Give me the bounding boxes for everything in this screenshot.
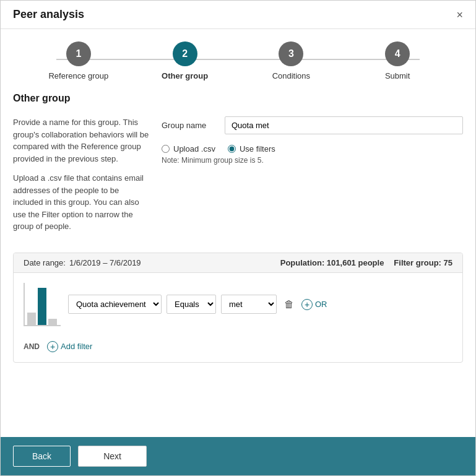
upload-filter-options: Upload .csv Use filters [162, 144, 463, 154]
step-1-circle: 1 [66, 41, 91, 66]
date-range-value: 1/6/2019 – 7/6/2019 [69, 258, 141, 267]
next-button[interactable]: Next [78, 446, 147, 467]
step-2-label: Other group [162, 71, 208, 80]
filter-footer: AND + Add filter [14, 336, 462, 362]
add-filter-label: Add filter [61, 342, 92, 351]
back-button[interactable]: Back [13, 446, 71, 467]
step-2-circle: 2 [173, 41, 197, 66]
or-plus-icon: + [301, 299, 313, 310]
upload-csv-label: Upload .csv [173, 144, 215, 154]
date-range-label: Date range: [24, 258, 66, 267]
filter-group-label: Filter group: [394, 258, 441, 267]
step-4-label: Submit [385, 71, 410, 80]
step-2: 2 Other group [132, 41, 238, 80]
population-label: Population: [280, 258, 325, 267]
group-name-input[interactable] [225, 116, 463, 134]
population-info: Population: 101,601 people Filter group:… [280, 258, 452, 267]
delete-filter-button[interactable]: 🗑 [282, 296, 296, 313]
step-1-label: Reference group [48, 71, 108, 80]
bar-3 [48, 319, 57, 325]
right-form: Group name Upload .csv Use filters Note:… [162, 116, 463, 240]
add-filter-button[interactable]: + Add filter [47, 341, 92, 352]
content-area: Provide a name for this group. This grou… [13, 116, 463, 240]
use-filters-option[interactable]: Use filters [228, 144, 275, 154]
or-button[interactable]: + OR [301, 299, 327, 310]
step-1: 1 Reference group [25, 41, 132, 80]
add-filter-plus-icon: + [47, 341, 58, 352]
use-filters-radio[interactable] [228, 145, 236, 153]
group-name-label: Group name [162, 121, 217, 130]
min-group-note: Note: Minimum group size is 5. [162, 156, 463, 165]
section-title: Other group [13, 93, 463, 104]
peer-analysis-dialog: Peer analysis × 1 Reference group 2 Othe… [0, 0, 476, 476]
upload-csv-option[interactable]: Upload .csv [162, 144, 215, 154]
group-name-row: Group name [162, 116, 463, 134]
step-3-label: Conditions [272, 71, 310, 80]
filter-group-item: Filter group: 75 [394, 258, 452, 267]
dialog-body: Other group Provide a name for this grou… [1, 87, 475, 437]
step-3-circle: 3 [279, 41, 303, 66]
dialog-header: Peer analysis × [1, 1, 475, 29]
and-label: AND [24, 342, 40, 351]
bar-1 [27, 313, 36, 325]
filter-controls: Quota achievement Equals met 🗑 + OR [68, 295, 452, 314]
dialog-title: Peer analysis [13, 8, 84, 21]
use-filters-label: Use filters [240, 144, 275, 154]
filter-panel: Date range: 1/6/2019 – 7/6/2019 Populati… [13, 253, 463, 363]
filter-panel-body: Quota achievement Equals met 🗑 + OR [14, 273, 462, 336]
desc-paragraph-1: Provide a name for this group. This grou… [13, 116, 149, 165]
step-3: 3 Conditions [238, 41, 345, 80]
date-range-info: Date range: 1/6/2019 – 7/6/2019 [24, 258, 141, 267]
step-4: 4 Submit [344, 41, 451, 80]
or-label: OR [315, 300, 327, 309]
filter-field-select[interactable]: Quota achievement [68, 295, 162, 314]
filter-group-value: 75 [444, 258, 452, 267]
close-button[interactable]: × [456, 9, 463, 20]
stepper: 1 Reference group 2 Other group 3 Condit… [1, 29, 475, 87]
left-description: Provide a name for this group. This grou… [13, 116, 149, 240]
step-4-circle: 4 [385, 41, 410, 66]
bar-2-highlight [38, 288, 46, 325]
desc-paragraph-2: Upload a .csv file that contains email a… [13, 172, 149, 233]
filter-panel-header: Date range: 1/6/2019 – 7/6/2019 Populati… [14, 253, 462, 273]
population-value: 101,601 people [327, 258, 384, 267]
mini-bar-chart [24, 283, 61, 326]
filter-operator-select[interactable]: Equals [167, 295, 216, 314]
dialog-footer: Back Next [1, 437, 475, 475]
upload-csv-radio[interactable] [162, 145, 170, 153]
population-item: Population: 101,601 people [280, 258, 384, 267]
filter-value-select[interactable]: met [221, 295, 277, 314]
